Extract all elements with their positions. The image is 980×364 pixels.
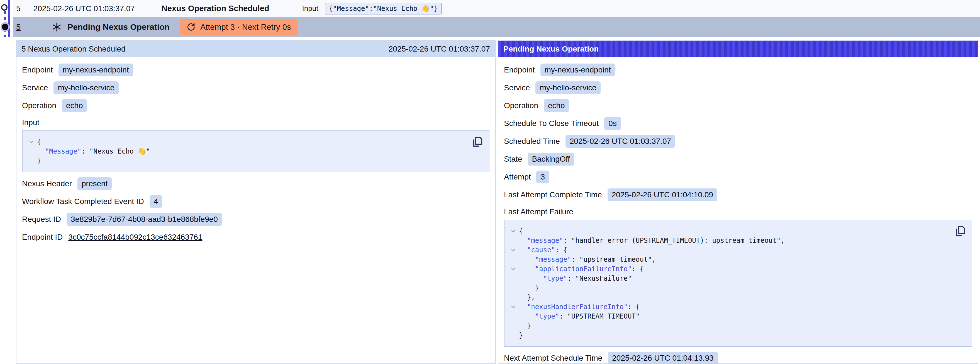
- code-text: }: [535, 283, 539, 293]
- code-key: "applicationFailureInfo": [535, 264, 632, 274]
- field-value-badge: 2025-02-26 UTC 01:04:10.09: [608, 188, 718, 201]
- copy-button[interactable]: [954, 225, 967, 238]
- field-value-badge: 4: [150, 195, 162, 208]
- code-indent: [519, 321, 527, 330]
- code-text: {: [519, 226, 523, 236]
- field-operation: Operation echo: [504, 99, 972, 112]
- timeline-gutter: [0, 0, 13, 37]
- collapse-chevron-icon[interactable]: [507, 302, 519, 311]
- code-indent: [519, 274, 543, 283]
- event-input-chip: {"Message":"Nexus Echo 👋"}: [325, 3, 442, 14]
- code-line: "type": "NexusFailure": [507, 274, 949, 283]
- code-key: "Message": [45, 147, 81, 156]
- copy-icon: [954, 225, 967, 238]
- code-key: "message": [527, 236, 563, 245]
- field-value-badge: 3: [536, 171, 549, 184]
- failure-section-label: Last Attempt Failure: [504, 208, 972, 216]
- collapse-chevron-icon[interactable]: [507, 245, 519, 255]
- code-line: "applicationFailureInfo": {: [507, 264, 949, 274]
- field-value-badge: echo: [544, 99, 569, 112]
- code-key: "nexusHandlerFailureInfo": [527, 302, 628, 311]
- code-key: "type": [543, 274, 568, 283]
- field-label: Request ID: [22, 215, 61, 224]
- copy-button[interactable]: [471, 136, 484, 148]
- code-line: {: [507, 226, 949, 236]
- collapse-chevron-icon[interactable]: [25, 137, 37, 147]
- field-endpoint: Endpoint my-nexus-endpoint: [22, 64, 490, 77]
- code-line: }: [507, 321, 949, 330]
- field-label: Schedule To Close Timeout: [504, 119, 599, 128]
- failure-json-block: { "message": "handler error (UPSTREAM_TI…: [504, 220, 972, 347]
- code-text: : {: [555, 245, 567, 255]
- pending-panel-title: Pending Nexus Operation: [503, 45, 599, 54]
- field-value-badge: my-nexus-endpoint: [59, 64, 133, 77]
- pending-id-link[interactable]: 5: [16, 22, 21, 32]
- timeline-open-circle-icon: [1, 4, 8, 11]
- field-nexus-header: Nexus Header present: [22, 177, 490, 190]
- field-label: Nexus Header: [22, 179, 72, 188]
- field-next-attempt-schedule-time: Next Attempt Schedule Time 2025-02-26 UT…: [504, 352, 972, 364]
- scheduled-event-panel: 5 Nexus Operation Scheduled 2025-02-26 U…: [16, 40, 496, 364]
- retry-badge-label: Attempt 3 · Next Retry 0s: [200, 22, 291, 32]
- code-text: : "Nexus Echo 👋": [81, 147, 150, 156]
- scheduled-panel-title: 5 Nexus Operation Scheduled: [21, 45, 126, 54]
- field-service: Service my-hello-service: [22, 81, 490, 94]
- input-section-label: Input: [22, 118, 490, 127]
- code-line: "message": "handler error (UPSTREAM_TIME…: [507, 236, 949, 245]
- field-label: Endpoint ID: [22, 233, 63, 242]
- event-row-pending[interactable]: 5 Pending Nexus Operation Attempt 3 · Ne…: [13, 17, 980, 37]
- field-value-badge: 2025-02-26 UTC 01:04:13.93: [608, 352, 718, 364]
- pending-panel-header: Pending Nexus Operation: [498, 41, 978, 57]
- field-workflow-task-completed-event-id: Workflow Task Completed Event ID 4: [22, 195, 490, 208]
- code-text: },: [527, 293, 535, 302]
- field-endpoint-id: Endpoint ID 3c0c75ccfa8144b092c13ce63246…: [22, 231, 490, 244]
- event-row-scheduled[interactable]: 5 2025-02-26 UTC 01:03:37.07 Nexus Opera…: [13, 0, 980, 17]
- event-id-link[interactable]: 5: [16, 4, 21, 13]
- field-endpoint: Endpoint my-nexus-endpoint: [504, 64, 972, 77]
- field-value-badge: BackingOff: [528, 153, 574, 166]
- field-label: Operation: [504, 101, 538, 110]
- field-value-badge: my-hello-service: [535, 81, 601, 94]
- field-label: Attempt: [504, 172, 531, 182]
- code-text: : "upstream timeout",: [571, 255, 656, 264]
- code-text: {: [37, 137, 41, 147]
- code-line: },: [507, 293, 949, 302]
- field-label: Endpoint: [504, 65, 535, 74]
- field-value-badge: echo: [62, 99, 87, 112]
- code-line: "nexusHandlerFailureInfo": {: [507, 302, 949, 311]
- retry-icon: [186, 22, 196, 32]
- field-attempt: Attempt 3: [504, 171, 972, 184]
- collapse-chevron-icon[interactable]: [507, 264, 519, 274]
- field-state: State BackingOff: [504, 153, 972, 166]
- pending-title: Pending Nexus Operation: [67, 22, 170, 32]
- code-text: : "UPSTREAM_TIMEOUT": [559, 311, 640, 321]
- field-label: Next Attempt Schedule Time: [504, 354, 602, 362]
- code-line: }: [25, 156, 466, 166]
- input-json-block: { "Message": "Nexus Echo 👋" }: [22, 131, 490, 172]
- code-key: "cause": [527, 245, 555, 255]
- field-label: Workflow Task Completed Event ID: [22, 197, 144, 206]
- field-request-id: Request ID 3e829b7e-7d67-4b08-aad3-b1e86…: [22, 213, 490, 226]
- code-indent: [519, 283, 535, 293]
- retry-badge: Attempt 3 · Next Retry 0s: [180, 19, 298, 35]
- event-timestamp: 2025-02-26 UTC 01:03:37.07: [33, 4, 135, 13]
- scheduled-panel-timestamp: 2025-02-26 UTC 01:03:37.07: [388, 45, 490, 54]
- field-value-badge: 3e829b7e-7d67-4b08-aad3-b1e868bfe9e0: [67, 213, 222, 226]
- code-indent: [519, 236, 527, 245]
- code-line: "cause": {: [507, 245, 949, 255]
- field-label: Service: [22, 83, 48, 92]
- code-text: : {: [628, 302, 640, 311]
- endpoint-id-link[interactable]: 3c0c75ccfa8144b092c13ce632463761: [68, 233, 202, 242]
- field-value-badge: present: [78, 177, 112, 190]
- collapse-chevron-icon[interactable]: [507, 226, 519, 236]
- field-value-badge: 2025-02-26 UTC 01:03:37.07: [565, 135, 675, 148]
- field-value-badge: 0s: [604, 117, 621, 130]
- code-indent: [519, 311, 535, 321]
- copy-icon: [471, 136, 484, 148]
- code-text: }: [527, 321, 531, 330]
- timeline-filled-circle-icon: [2, 24, 8, 30]
- code-indent: [519, 255, 535, 264]
- scheduled-panel-header: 5 Nexus Operation Scheduled 2025-02-26 U…: [16, 41, 495, 57]
- event-input-label: Input: [302, 4, 318, 13]
- code-key: "message": [535, 255, 571, 264]
